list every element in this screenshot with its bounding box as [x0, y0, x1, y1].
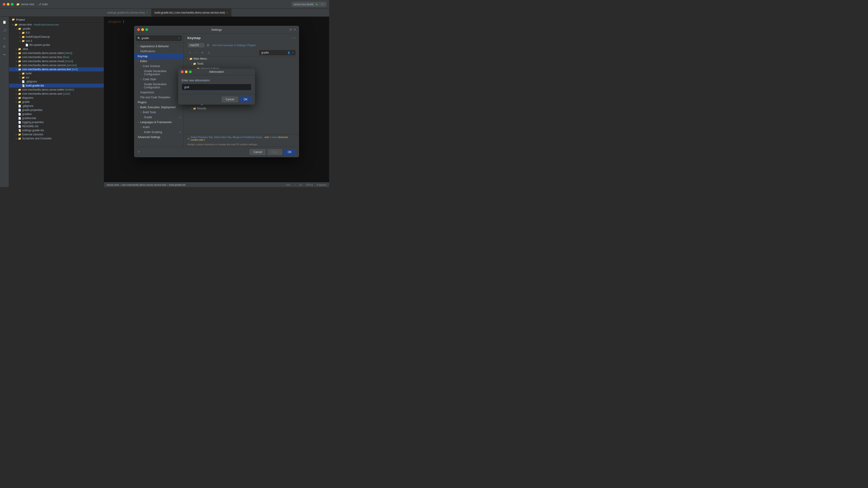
tree-item-user[interactable]: ▸ 📁 com.mechanitis.demo.sense.user [user… — [9, 92, 104, 96]
tree-item-src[interactable]: ▸ 📁 src — [9, 75, 104, 79]
tree-item-readme[interactable]: ▸ 📄 README.md — [9, 124, 104, 128]
keymap-row-main-menu[interactable]: ▾ 📁 Main Menu — [184, 56, 299, 61]
abbrev-cancel-btn[interactable]: Cancel — [222, 96, 238, 102]
settings-close-icon[interactable]: ✕ — [293, 28, 296, 31]
nav-label-inspections: Inspections — [141, 91, 154, 94]
abbrev-close-btn[interactable] — [181, 70, 184, 73]
conflict-link-2[interactable]: Select Next Tab — [214, 136, 231, 138]
tree-item-gradle-root[interactable]: ▸ 📁 gradle — [9, 100, 104, 104]
tree-item-client[interactable]: ▸ 📁 com.mechanitis.demo.sense.client [cl… — [9, 51, 104, 55]
nav-item-plugins[interactable]: Plugins — [134, 100, 184, 105]
nav-back-btn[interactable]: ‹ — [292, 36, 293, 39]
tab-build-gradle[interactable]: build.gradle.kts (:com.mechanitis.demo.s… — [151, 8, 231, 17]
sidebar-btn-project[interactable]: 📋 — [1, 19, 8, 26]
settings-traffic-lights[interactable] — [137, 28, 148, 31]
nav-item-kotlin-scripting[interactable]: Kotlin Scripting ≡ — [134, 130, 184, 135]
get-more-keymaps-link[interactable]: Get more keymaps in Settings — [212, 44, 246, 46]
sidebar-btn-structure[interactable]: ≡ — [1, 35, 8, 42]
tab-close-0[interactable]: ✕ — [146, 11, 148, 14]
tree-item-gradle[interactable]: ▾ 📁 .gradle — [9, 27, 104, 31]
tree-item-vcs-1[interactable]: ▸ 📁 vcs-1 — [9, 39, 104, 43]
minimize-button[interactable] — [7, 3, 9, 6]
tree-item-idea[interactable]: ▸ 📁 .idea — [9, 47, 104, 51]
abbrev-zoom-btn[interactable] — [189, 70, 192, 73]
conflict-link-1[interactable]: Select Previous Tab — [191, 136, 213, 138]
settings-search-input[interactable] — [136, 35, 182, 41]
conflict-link-more[interactable]: 1 more — [270, 136, 277, 138]
keymap-edit-btn[interactable]: ✏ — [200, 50, 205, 55]
tree-item-build[interactable]: ▸ 📁 build — [9, 71, 104, 75]
help-icon[interactable]: ? — [138, 150, 140, 154]
nav-item-keymap[interactable]: Keymap — [134, 54, 184, 59]
keymap-add-btn[interactable]: + — [187, 50, 192, 55]
nav-item-editor[interactable]: ▾ Editor — [134, 59, 184, 64]
run-button[interactable]: ▶ — [315, 2, 319, 6]
tree-item-logging[interactable]: ▸ 📄 logging.properties — [9, 120, 104, 124]
close-button[interactable] — [3, 3, 5, 6]
tree-item-service-test[interactable]: ▾ 📁 com.mechanitis.demo.sense.service.te… — [9, 67, 104, 71]
tree-item-twitter[interactable]: ▸ 📁 com.mechanitis.demo.sense.twitter [t… — [9, 88, 104, 92]
nav-item-color-scheme[interactable]: ▾ Color Scheme — [134, 64, 184, 69]
nav-item-build-tools[interactable]: ▾ Build Tools — [134, 110, 184, 115]
tree-item-gitignore-root[interactable]: ▸ 📄 .gitignore — [9, 104, 104, 108]
tree-item-gradlew-bat[interactable]: ▸ 📄 gradlew.bat — [9, 116, 104, 120]
nav-item-inspections[interactable]: Inspections — [134, 90, 184, 95]
tree-item-build-output[interactable]: ▸ 📁 buildOutputCleanup — [9, 35, 104, 39]
apply-button[interactable]: Apply — [268, 149, 282, 155]
keymap-remove-btn[interactable]: − — [194, 50, 199, 55]
tree-item-external[interactable]: ▸ 📁 External Libraries — [9, 132, 104, 136]
tree-item-service[interactable]: ▸ 📁 com.mechanitis.demo.sense.service [s… — [9, 63, 104, 67]
keymap-gear-icon[interactable]: ⚙ — [207, 43, 210, 47]
nav-item-advanced[interactable]: Advanced Settings — [134, 135, 184, 140]
tree-item-mood[interactable]: ▸ 📁 com.mechanitis.demo.sense.mood [mood… — [9, 59, 104, 63]
cancel-button[interactable]: Cancel — [250, 149, 266, 155]
nav-item-gradle-decl-2[interactable]: Gradle Declarative Configuration ≡ — [134, 82, 184, 90]
keymap-profile-select[interactable]: macOS — [187, 42, 205, 48]
settings-restore-icon[interactable]: ⊡ — [289, 28, 292, 31]
ok-button[interactable]: OK — [284, 149, 296, 155]
tab-close-1[interactable]: ✕ — [226, 11, 228, 14]
tree-item-gradle-props[interactable]: ▸ 📄 gradle.properties — [9, 108, 104, 112]
abbrev-ok-btn[interactable]: OK — [240, 96, 251, 102]
nav-item-gradle-decl-1[interactable]: Gradle Declarative Configuration — [134, 69, 184, 77]
debug-button[interactable]: ⚙ — [320, 2, 324, 6]
tree-item-gradlew[interactable]: ▸ 📄 gradlew — [9, 112, 104, 116]
nav-item-lang-frameworks[interactable]: ▾ Languages & Frameworks — [134, 120, 184, 125]
sidebar-btn-vcs[interactable]: ⎇ — [1, 27, 8, 34]
tree-item-settings-gradle[interactable]: ▸ 📜 settings.gradle.kts — [9, 128, 104, 132]
sidebar-btn-build[interactable]: ⚙ — [1, 43, 8, 50]
tab-settings-gradle[interactable]: settings.gradle.kts (sense-nine) ✕ — [104, 8, 151, 17]
tree-item-8-9[interactable]: ▸ 📁 8.9 — [9, 31, 104, 35]
abbrev-minimize-btn[interactable] — [185, 70, 188, 73]
tree-item-diagrams[interactable]: ▸ 📁 diagrams — [9, 96, 104, 100]
nav-item-gradle[interactable]: Gradle ≡ — [134, 115, 184, 120]
tree-item-build-gradle[interactable]: ▸ 📜 build.gradle.kts — [9, 84, 104, 88]
nav-forward-btn[interactable]: › — [294, 36, 296, 39]
conflict-link-3[interactable]: Merge to Predefined Issue... — [232, 136, 264, 138]
nav-item-notifications[interactable]: Notifications — [134, 49, 184, 54]
maximize-button[interactable] — [11, 3, 13, 6]
sidebar-btn-more[interactable]: ••• — [1, 51, 8, 58]
plugins-link[interactable]: Plugins — [248, 44, 256, 46]
nav-item-file-code-templates[interactable]: File and Code Templates — [134, 95, 184, 100]
settings-zoom-btn[interactable] — [145, 28, 148, 31]
keymap-search-clear[interactable]: ✕ — [292, 51, 294, 54]
traffic-lights[interactable] — [3, 3, 13, 6]
tree-item-file-system[interactable]: ▸ 📄 file-system.probe — [9, 43, 104, 47]
tree-item-flow[interactable]: ▸ 📁 com.mechanitis.demo.sense.flow [flow… — [9, 55, 104, 59]
nav-item-build-exec[interactable]: ▾ Build, Execution, Deployment — [134, 105, 184, 110]
tree-item-root[interactable]: ▾ 📁 sense-nine ~/IdeaProjects/sense-nine — [9, 23, 104, 27]
keymap-row-results[interactable]: ▾ 📁 Results — [184, 106, 299, 111]
nav-item-kotlin[interactable]: ▾ Kotlin — [134, 125, 184, 130]
keymap-warn-btn[interactable]: ⚠ — [206, 50, 211, 55]
tree-item-scratches[interactable]: ▸ 📁 Scratches and Consoles — [9, 136, 104, 140]
keymap-row-tools[interactable]: ▾ 📁 Tools — [184, 61, 299, 66]
settings-minimize-btn[interactable] — [141, 28, 144, 31]
tree-item-gitignore-test[interactable]: ▸ 📄 .gitignore — [9, 79, 104, 84]
abbrev-traffic-lights[interactable] — [181, 70, 192, 73]
nav-item-code-style[interactable]: ▾ Code Style ≡ — [134, 77, 184, 82]
clear-icon[interactable]: ✕ — [178, 37, 180, 40]
abbrev-input[interactable] — [182, 84, 251, 90]
settings-close-btn[interactable] — [137, 28, 140, 31]
nav-item-appearance[interactable]: ▾ Appearance & Behavior — [134, 44, 184, 49]
